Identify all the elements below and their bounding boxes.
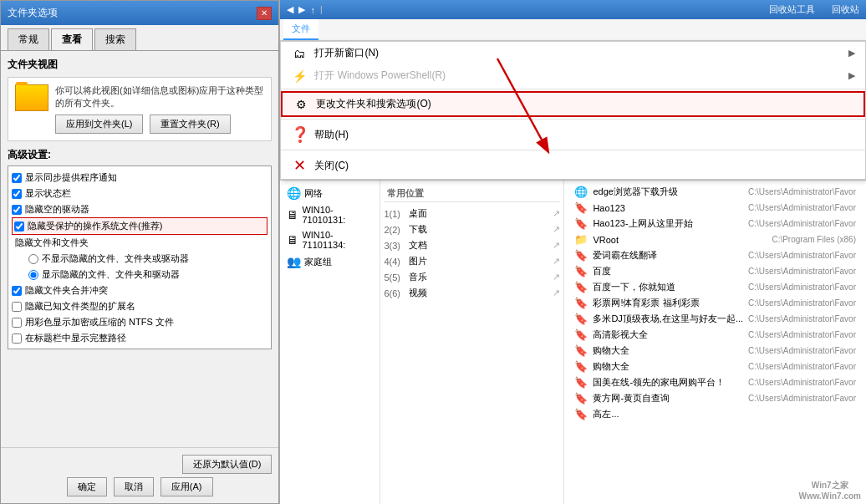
bookmark-icon: 🔖 xyxy=(574,376,588,389)
fav-row-music[interactable]: 5(5) 音乐 ↗ xyxy=(384,269,560,285)
close-button[interactable]: ✕ xyxy=(257,7,272,20)
radio-show-hidden-input[interactable] xyxy=(28,270,38,280)
bookmark-path: C:\Users\Administrator\Favor xyxy=(748,251,856,260)
checkbox-statusbar: 显示状态栏 xyxy=(12,186,267,201)
nav-network-label: 网络 xyxy=(304,187,323,200)
apply-to-folder-button[interactable]: 应用到文件夹(L) xyxy=(55,115,143,134)
fav-row-desktop[interactable]: 1(1) 桌面 ↗ xyxy=(384,206,560,221)
radio-dont-show-hidden: 不显示隐藏的文件、文件夹或驱动器 xyxy=(12,251,267,267)
bookmark-item[interactable]: 🔖百度一下，你就知道C:\Users\Administrator\Favor xyxy=(571,279,859,295)
fav-num-4: 4(4) xyxy=(384,257,409,267)
fav-row-pictures[interactable]: 4(4) 图片 ↗ xyxy=(384,253,560,269)
folder-view-section: 你可以将此视图(如详细信息或图标)应用于这种类型的所有文件夹。 应用到文件夹(L… xyxy=(8,77,272,141)
checkbox-colorize-input[interactable] xyxy=(12,318,22,328)
bookmark-label: Hao123 xyxy=(593,203,743,213)
fav-row-downloads[interactable]: 2(2) 下载 ↗ xyxy=(384,221,560,237)
menu-folder-options[interactable]: ⚙ 更改文件夹和搜索选项(O) xyxy=(281,91,865,117)
checkbox-separate-process-input[interactable] xyxy=(12,349,22,350)
explorer-left-nav: 🌐 网络 🖥 WIN10-71010131: 🖥 WIN10-71101134:… xyxy=(280,181,380,504)
bookmark-label: 国美在线-领先的家电网购平台！ xyxy=(593,376,743,389)
menu-close[interactable]: ✕ 关闭(C) xyxy=(281,152,865,179)
bookmark-label: 多米DJ顶级夜场,在这里与好友一起... xyxy=(593,313,743,325)
nav-win10-2-label: WIN10-71101134: xyxy=(302,230,373,250)
checkbox-hide-drives: 隐藏空的驱动器 xyxy=(12,201,267,217)
bookmark-label: 百度 xyxy=(593,265,743,277)
open-window-arrow: ▶ xyxy=(848,48,855,59)
up-icon[interactable]: ↑ xyxy=(310,5,315,15)
radio-dont-show-hidden-input[interactable] xyxy=(28,254,38,264)
checkbox-sync-notify-input[interactable] xyxy=(12,173,22,183)
network-icon: 🌐 xyxy=(287,186,301,200)
bookmark-item[interactable]: 🔖多米DJ顶级夜场,在这里与好友一起...C:\Users\Administra… xyxy=(571,311,859,327)
bookmark-path: C:\Users\Administrator\Favor xyxy=(748,283,856,292)
bookmark-path: C:\Users\Administrator\Favor xyxy=(748,267,856,276)
help-icon: ❓ xyxy=(291,125,308,144)
explorer-main: 🌐 网络 🖥 WIN10-71010131: 🖥 WIN10-71101134:… xyxy=(280,181,866,504)
nav-win10-1[interactable]: 🖥 WIN10-71010131: xyxy=(283,202,376,227)
menu-powershell[interactable]: ⚡ 打开 Windows PowerShell(R) ▶ xyxy=(281,64,865,87)
cancel-button[interactable]: 取消 xyxy=(114,477,154,496)
reset-folder-button[interactable]: 重置文件夹(R) xyxy=(150,115,230,134)
advanced-title: 高级设置: xyxy=(8,148,272,162)
nav-win10-2[interactable]: 🖥 WIN10-71101134: xyxy=(283,227,376,252)
computer-icon-1: 🖥 xyxy=(287,208,298,221)
checkbox-hide-protected-input[interactable] xyxy=(14,221,24,232)
bookmark-item[interactable]: 🔖国美在线-领先的家电网购平台！C:\Users\Administrator\F… xyxy=(571,374,859,390)
back-icon[interactable]: ◀ xyxy=(287,4,293,15)
fav-label-desktop: 桌面 xyxy=(409,207,553,220)
fav-row-video[interactable]: 6(6) 视频 ↗ xyxy=(384,285,560,301)
forward-icon[interactable]: ▶ xyxy=(298,4,305,15)
tab-view[interactable]: 查看 xyxy=(51,28,93,50)
address-bar[interactable]: | xyxy=(320,5,323,14)
bookmark-item[interactable]: 🔖高清影视大全C:\Users\Administrator\Favor xyxy=(571,327,859,343)
checkbox-full-path-input[interactable] xyxy=(12,333,22,344)
open-window-icon: 🗂 xyxy=(291,47,308,60)
menu-powershell-label: 打开 Windows PowerShell(R) xyxy=(314,69,446,83)
fav-row-docs[interactable]: 3(3) 文档 ↗ xyxy=(384,237,560,253)
checkbox-hide-merge-input[interactable] xyxy=(12,286,22,296)
checkbox-statusbar-input[interactable] xyxy=(12,189,22,199)
nav-homegroup[interactable]: 👥 家庭组 xyxy=(283,252,376,271)
radio-show-hidden-label: 显示隐藏的文件、文件夹和驱动器 xyxy=(42,268,180,281)
bookmark-path: C:\Users\Administrator\Favor xyxy=(748,346,856,355)
checkbox-hide-ext-input[interactable] xyxy=(12,302,22,312)
folder-options-icon: ⚙ xyxy=(293,98,309,111)
bookmark-label: edge浏览器下载升级 xyxy=(593,186,743,198)
bookmark-item[interactable]: 🔖购物大全C:\Users\Administrator\Favor xyxy=(571,359,859,374)
menu-help[interactable]: ❓ 帮助(H) xyxy=(281,121,865,148)
bookmark-icon: 🔖 xyxy=(574,313,588,325)
menu-open-window[interactable]: 🗂 打开新窗口(N) ▶ xyxy=(281,42,865,64)
bookmark-item[interactable]: 🔖彩票网!体育彩票 福利彩票C:\Users\Administrator\Fav… xyxy=(571,295,859,311)
bookmark-item[interactable]: 🔖黄方网-黄页自查询C:\Users\Administrator\Favor xyxy=(571,390,859,406)
bookmark-label: 爱词霸在线翻译 xyxy=(593,249,743,262)
bookmark-icon: 🔖 xyxy=(574,265,588,277)
ribbon-tab-file[interactable]: 文件 xyxy=(283,19,318,40)
bookmark-item[interactable]: 🌐edge浏览器下载升级C:\Users\Administrator\Favor xyxy=(571,184,859,200)
bookmark-label: 购物大全 xyxy=(593,344,743,357)
bookmark-item[interactable]: 🔖百度C:\Users\Administrator\Favor xyxy=(571,263,859,279)
advanced-settings-list: 显示同步提供程序通知 显示状态栏 隐藏空的驱动器 隐藏受保护的操作系统文件(推荐… xyxy=(8,165,272,349)
dialog-tabs: 常规 查看 搜索 xyxy=(1,25,278,51)
apply-button[interactable]: 应用(A) xyxy=(160,477,213,496)
bookmark-item[interactable]: 🔖高左... xyxy=(571,406,859,422)
checkbox-hide-drives-input[interactable] xyxy=(12,205,22,215)
checkbox-separate-process: 在单独的进程中打开文件夹窗口 xyxy=(12,346,267,349)
tab-general[interactable]: 常规 xyxy=(8,28,49,50)
bookmarks-panel: 🌐edge浏览器下载升级C:\Users\Administrator\Favor… xyxy=(564,181,866,504)
fav-label-video: 视频 xyxy=(409,287,553,299)
bookmark-item[interactable]: 🔖Hao123C:\Users\Administrator\Favor xyxy=(571,200,859,216)
powershell-icon: ⚡ xyxy=(291,69,308,83)
bookmark-item[interactable]: 🔖购物大全C:\Users\Administrator\Favor xyxy=(571,343,859,359)
tab-search[interactable]: 搜索 xyxy=(94,28,136,50)
bookmark-label: 百度一下，你就知道 xyxy=(593,281,743,293)
restore-defaults-button[interactable]: 还原为默认值(D) xyxy=(182,455,272,474)
checkbox-colorize: 用彩色显示加密或压缩的 NTFS 文件 xyxy=(12,314,267,330)
file-menu-dropdown: 🗂 打开新窗口(N) ▶ ⚡ 打开 Windows PowerShell(R) … xyxy=(280,41,866,180)
ok-button[interactable]: 确定 xyxy=(67,477,107,496)
bookmark-item[interactable]: 🔖Hao123-上网从这里开始C:\Users\Administrator\Fa… xyxy=(571,216,859,232)
watermark: Win7之家Www.Win7.com xyxy=(798,480,861,501)
nav-network[interactable]: 🌐 网络 xyxy=(283,184,376,202)
folder-icon xyxy=(15,84,48,111)
bookmark-item[interactable]: 📁VRootC:\Program Files (x86) xyxy=(571,232,859,247)
bookmark-item[interactable]: 🔖爱词霸在线翻译C:\Users\Administrator\Favor xyxy=(571,247,859,263)
